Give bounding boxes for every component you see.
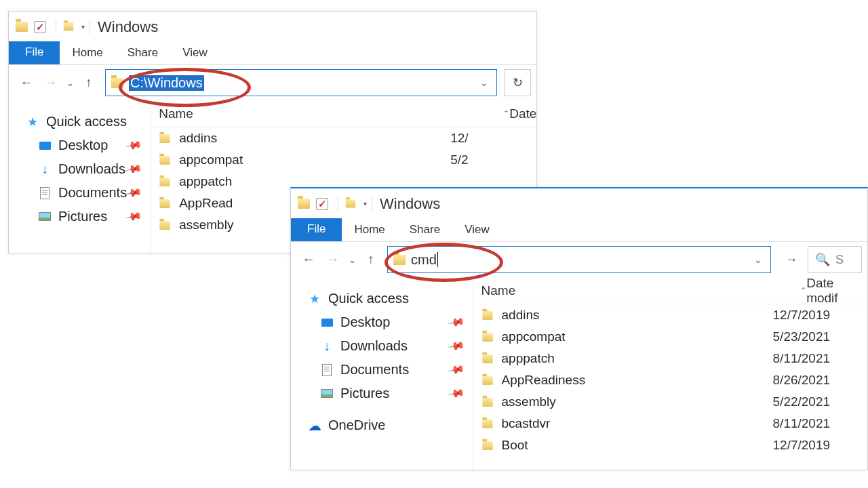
table-row[interactable]: apppatch8/11/2021: [473, 348, 867, 369]
forward-button[interactable]: →: [321, 247, 345, 272]
table-row[interactable]: AppReadiness8/26/2021: [473, 369, 867, 391]
sidebar-item-quick-access[interactable]: ★ Quick access: [14, 110, 144, 134]
tab-file[interactable]: File: [291, 218, 342, 241]
checkbox-icon[interactable]: ✓: [33, 20, 47, 35]
column-headers[interactable]: Name ⌃ Date: [151, 100, 540, 127]
file-name: Boot: [502, 438, 773, 453]
table-row[interactable]: bcastdvr8/11/2021: [473, 413, 867, 434]
tab-view[interactable]: View: [452, 219, 502, 241]
desktop-icon: [319, 315, 334, 330]
pin-icon: 📌: [447, 384, 465, 403]
sidebar-item-label: Documents: [340, 362, 409, 378]
column-name[interactable]: Name: [151, 106, 449, 121]
folder-icon: [160, 134, 170, 143]
table-row[interactable]: appcompat5/2: [151, 149, 540, 171]
folder-icon: [482, 333, 492, 342]
table-row[interactable]: appcompat5/23/2021: [473, 326, 867, 348]
folder-icon: [482, 311, 492, 320]
history-dropdown[interactable]: ⌄: [63, 70, 77, 95]
pictures-icon: [37, 209, 52, 224]
sidebar-item-desktop[interactable]: Desktop 📌: [296, 310, 467, 334]
up-button[interactable]: ↑: [77, 70, 101, 95]
tab-share[interactable]: Share: [115, 42, 170, 64]
address-bar[interactable]: C:\Windows ⌄: [105, 69, 497, 96]
sidebar-item-label: Desktop: [58, 138, 108, 153]
file-date: 5/23/2021: [773, 329, 831, 344]
refresh-button[interactable]: ↻: [504, 69, 531, 96]
sidebar-item-label: Quick access: [328, 291, 409, 306]
sidebar-item-documents[interactable]: Documents 📌: [14, 181, 144, 205]
up-button[interactable]: ↑: [359, 247, 383, 272]
table-row[interactable]: assembly5/22/2021: [473, 391, 867, 413]
forward-button[interactable]: →: [39, 70, 63, 95]
navigation-pane: ★ Quick access Desktop 📌 ↓ Downloads 📌 D…: [9, 100, 150, 253]
file-date: 12/7/2019: [773, 308, 831, 323]
sidebar-item-quick-access[interactable]: ★ Quick access: [296, 287, 467, 310]
titlebar[interactable]: ✓ ▾ Windows: [291, 188, 867, 219]
separator: [90, 20, 90, 35]
window-title: Windows: [98, 18, 158, 36]
folder-icon: [160, 178, 170, 186]
tab-share[interactable]: Share: [397, 219, 452, 241]
address-text[interactable]: cmd: [411, 252, 437, 268]
sort-indicator-icon: ⌃: [800, 286, 806, 295]
column-name[interactable]: Name: [473, 283, 747, 298]
search-icon: 🔍: [815, 252, 830, 267]
checkbox-icon[interactable]: ✓: [315, 197, 330, 211]
folder-icon: [482, 441, 492, 450]
pin-icon: 📌: [447, 361, 465, 379]
ribbon-tabs: File Home Share View: [291, 219, 867, 242]
table-row[interactable]: addins12/7/2019: [473, 304, 867, 326]
pin-icon: 📌: [125, 160, 143, 178]
window-title: Windows: [380, 195, 440, 213]
folder-icon: [160, 199, 170, 208]
table-row[interactable]: Boot12/7/2019: [473, 434, 867, 456]
text-cursor: [437, 252, 438, 267]
pin-icon: 📌: [125, 184, 143, 202]
table-row[interactable]: addins12/: [151, 127, 540, 149]
column-headers[interactable]: Name ⌃ Date modif: [473, 277, 867, 304]
folder-icon: [393, 255, 406, 265]
titlebar[interactable]: ✓ ▾ Windows: [9, 12, 536, 42]
back-button[interactable]: ←: [14, 70, 39, 95]
cloud-icon: ☁: [307, 418, 322, 433]
sidebar-item-documents[interactable]: Documents 📌: [296, 358, 467, 382]
tab-file[interactable]: File: [9, 41, 60, 64]
sidebar-item-desktop[interactable]: Desktop 📌: [14, 134, 144, 157]
file-name: appcompat: [502, 329, 773, 344]
tab-home[interactable]: Home: [60, 42, 115, 64]
search-placeholder: S: [835, 253, 844, 267]
address-bar[interactable]: cmd ⌄: [387, 246, 771, 273]
go-button[interactable]: →: [778, 246, 805, 273]
tab-home[interactable]: Home: [342, 219, 397, 241]
address-text[interactable]: C:\Windows: [129, 75, 204, 91]
folder-icon: [482, 354, 492, 363]
dropdown-icon[interactable]: ▾: [81, 23, 85, 30]
pin-icon: 📌: [447, 337, 465, 355]
folder-icon: [343, 197, 358, 211]
column-date[interactable]: Date: [509, 106, 540, 121]
sidebar-item-downloads[interactable]: ↓ Downloads 📌: [296, 334, 467, 358]
dropdown-icon[interactable]: ▾: [363, 200, 367, 207]
sidebar-item-label: Desktop: [340, 314, 390, 330]
chevron-down-icon[interactable]: ⌄: [749, 254, 768, 265]
file-name: assembly: [502, 394, 773, 409]
sidebar-item-pictures[interactable]: Pictures 📌: [296, 382, 467, 405]
search-box[interactable]: 🔍 S: [808, 246, 862, 273]
column-date[interactable]: Date modif: [806, 276, 867, 306]
file-name: addins: [502, 308, 773, 323]
folder-icon: [160, 221, 170, 230]
sidebar-item-downloads[interactable]: ↓ Downloads 📌: [14, 157, 144, 181]
tab-view[interactable]: View: [170, 42, 220, 64]
star-icon: ★: [307, 291, 322, 306]
sidebar-item-pictures[interactable]: Pictures 📌: [14, 205, 144, 228]
download-icon: ↓: [319, 339, 334, 354]
separator: [372, 197, 372, 211]
file-name: appcompat: [179, 152, 450, 167]
sidebar-item-onedrive[interactable]: ☁ OneDrive: [296, 413, 467, 437]
navigation-bar: ← → ⌄ ↑ C:\Windows ⌄ ↻: [9, 65, 536, 100]
pin-icon: 📌: [125, 136, 143, 155]
history-dropdown[interactable]: ⌄: [345, 247, 359, 272]
back-button[interactable]: ←: [296, 247, 321, 272]
chevron-down-icon[interactable]: ⌄: [475, 77, 494, 88]
